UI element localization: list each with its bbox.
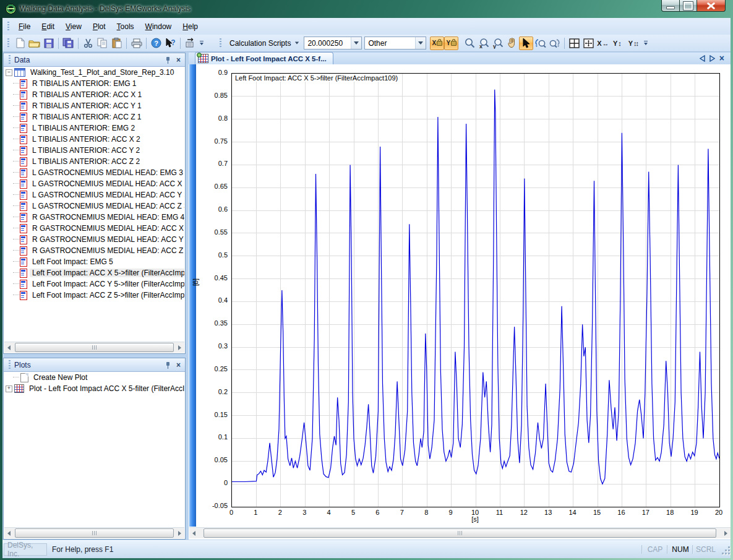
lock-y-axis-toggle[interactable]: Y xyxy=(444,37,458,50)
data-channel-item[interactable]: L GASTROCNEMIUS MEDIAL HEAD: ACC X 3 xyxy=(4,178,184,189)
toolbar-overflow-button[interactable] xyxy=(197,37,206,50)
zoom-next-button[interactable] xyxy=(547,37,562,50)
menu-tools[interactable]: Tools xyxy=(111,20,140,33)
fit-y-axis-button[interactable]: Y↕ xyxy=(610,37,624,50)
help-button[interactable]: ? xyxy=(149,37,163,50)
cut-button[interactable] xyxy=(81,37,95,50)
window-type-combo[interactable]: Other xyxy=(364,37,426,50)
data-channel-item[interactable]: R TIBIALIS ANTERIOR: EMG 1 xyxy=(4,78,184,89)
close-tab-button[interactable]: × xyxy=(719,54,724,62)
fit-y-separate-button[interactable]: Y↕↕ xyxy=(624,37,641,50)
create-new-plot-item[interactable]: Create New Plot xyxy=(4,372,184,383)
scroll-left-arrow[interactable] xyxy=(4,528,14,538)
select-cursor-button[interactable] xyxy=(519,37,533,50)
resize-grip[interactable] xyxy=(721,543,731,556)
sample-rate-combo[interactable]: 20.000250 xyxy=(304,37,362,50)
data-channel-item[interactable]: R GASTROCNEMIUS MEDIAL HEAD: ACC Z 4 xyxy=(4,245,184,256)
close-panel-button[interactable]: × xyxy=(174,360,183,369)
data-channel-item[interactable]: L TIBIALIS ANTERIOR: ACC Z 2 xyxy=(4,156,184,167)
save-all-button[interactable] xyxy=(61,37,75,50)
previous-tab-button[interactable] xyxy=(700,55,705,62)
copy-button[interactable] xyxy=(95,37,109,50)
open-file-button[interactable] xyxy=(27,37,41,50)
lock-x-axis-toggle[interactable]: X xyxy=(430,37,444,50)
pan-button[interactable] xyxy=(505,37,519,50)
data-tree-root[interactable]: −Walking_Test_1_Plot_and_Store_Rep_3.10 xyxy=(4,67,184,78)
scroll-right-arrow[interactable] xyxy=(175,343,184,352)
print-button[interactable] xyxy=(129,37,144,50)
context-help-button[interactable]: ? xyxy=(163,37,178,50)
plot-canvas[interactable] xyxy=(231,73,720,507)
scroll-left-arrow[interactable] xyxy=(189,528,199,538)
zoom-button[interactable] xyxy=(462,37,476,50)
expand-icon[interactable]: + xyxy=(6,386,12,392)
toolbar-grip[interactable] xyxy=(7,22,9,32)
fit-x-axis-button[interactable]: X↔ xyxy=(596,37,610,50)
data-channel-item[interactable]: L GASTROCNEMIUS MEDIAL HEAD: ACC Z 3 xyxy=(4,200,184,212)
scroll-thumb[interactable] xyxy=(204,528,716,538)
menu-window[interactable]: Window xyxy=(140,20,178,33)
toolbar-grip[interactable] xyxy=(7,38,9,48)
scroll-right-arrow[interactable] xyxy=(721,528,731,538)
zoom-x-button[interactable]: x xyxy=(476,37,491,50)
calculation-scripts-button[interactable]: Calculation Scripts xyxy=(225,38,304,49)
data-channel-item[interactable]: L TIBIALIS ANTERIOR: EMG 2 xyxy=(4,123,184,134)
menu-plot[interactable]: Plot xyxy=(87,20,111,33)
data-channel-item[interactable]: L GASTROCNEMIUS MEDIAL HEAD: ACC Y 3 xyxy=(4,189,184,200)
close-panel-button[interactable]: × xyxy=(174,55,183,64)
data-channel-item[interactable]: R GASTROCNEMIUS MEDIAL HEAD: ACC X 4 xyxy=(4,223,184,234)
plots-panel-hscrollbar[interactable] xyxy=(4,527,184,538)
data-panel-header[interactable]: Data × xyxy=(4,53,185,67)
minimize-button[interactable] xyxy=(661,0,680,12)
maximize-button[interactable] xyxy=(680,0,697,12)
data-channel-item[interactable]: R GASTROCNEMIUS MEDIAL HEAD: ACC Y 4 xyxy=(4,234,184,245)
plots-panel-header[interactable]: Plots × xyxy=(4,358,185,372)
window-type-dropdown[interactable] xyxy=(415,37,426,49)
tree-connector xyxy=(13,83,19,84)
data-channel-item[interactable]: R GASTROCNEMIUS MEDIAL HEAD: EMG 4 xyxy=(4,212,184,223)
save-button[interactable] xyxy=(41,37,56,50)
data-panel-hscrollbar[interactable] xyxy=(4,342,184,353)
title-bar[interactable]: Walking Data Analysis - DelSys EMGworks … xyxy=(0,0,733,18)
collapse-icon[interactable]: − xyxy=(6,69,12,76)
maximize-icon xyxy=(684,2,693,10)
export-data-button[interactable] xyxy=(183,37,197,50)
tab-plot-left-foot-impact[interactable]: Plot - Left Foot Impact ACC X 5-f... xyxy=(195,52,333,64)
tile-plots-button[interactable] xyxy=(567,37,581,50)
document-hscrollbar[interactable] xyxy=(189,527,731,538)
data-channel-item[interactable]: Left Foot Impact: ACC Y 5->filter (Filte… xyxy=(4,278,184,290)
scroll-right-arrow[interactable] xyxy=(175,528,184,538)
close-button[interactable] xyxy=(697,0,726,12)
zoom-previous-button[interactable] xyxy=(533,37,547,50)
menu-edit[interactable]: Edit xyxy=(36,20,60,33)
menu-file[interactable]: File xyxy=(13,20,36,33)
data-channel-item[interactable]: Left Foot Impact: ACC X 5->filter (Filte… xyxy=(4,267,184,278)
data-channel-item[interactable]: L TIBIALIS ANTERIOR: ACC X 2 xyxy=(4,134,184,145)
scroll-thumb[interactable] xyxy=(15,343,174,352)
data-channel-item[interactable]: Left Foot Impact: ACC Z 5->filter (Filte… xyxy=(4,290,184,301)
pin-button[interactable] xyxy=(163,360,172,369)
paste-button[interactable] xyxy=(109,37,124,50)
data-channel-item[interactable]: L GASTROCNEMIUS MEDIAL HEAD: EMG 3 xyxy=(4,167,184,178)
tree-connector xyxy=(13,205,19,207)
zoom-y-button[interactable]: y xyxy=(491,37,505,50)
data-channel-item[interactable]: R TIBIALIS ANTERIOR: ACC X 1 xyxy=(4,89,184,100)
data-channel-item[interactable]: R TIBIALIS ANTERIOR: ACC Z 1 xyxy=(4,111,184,123)
toolbar-overflow-button[interactable] xyxy=(641,37,650,50)
data-channel-item[interactable]: L TIBIALIS ANTERIOR: ACC Y 2 xyxy=(4,145,184,156)
data-channel-item[interactable]: R TIBIALIS ANTERIOR: ACC Y 1 xyxy=(4,100,184,111)
menu-view[interactable]: View xyxy=(60,20,87,33)
plot-item[interactable]: + Plot - Left Foot Impact ACC X 5-filter… xyxy=(4,383,184,394)
scroll-left-arrow[interactable] xyxy=(4,343,14,352)
new-file-button[interactable] xyxy=(13,37,27,50)
data-tree: −Walking_Test_1_Plot_and_Store_Rep_3.10R… xyxy=(4,67,184,342)
plot-left-gutter[interactable] xyxy=(189,64,196,527)
fit-all-button[interactable] xyxy=(581,37,596,50)
sample-rate-dropdown[interactable] xyxy=(351,37,361,49)
data-channel-item[interactable]: Left Foot Impact: EMG 5 xyxy=(4,256,184,267)
pin-button[interactable] xyxy=(163,55,172,64)
toolbar-grip[interactable] xyxy=(220,38,221,48)
menu-help[interactable]: Help xyxy=(177,20,204,33)
next-tab-button[interactable] xyxy=(709,55,715,62)
scroll-thumb[interactable] xyxy=(15,528,174,538)
